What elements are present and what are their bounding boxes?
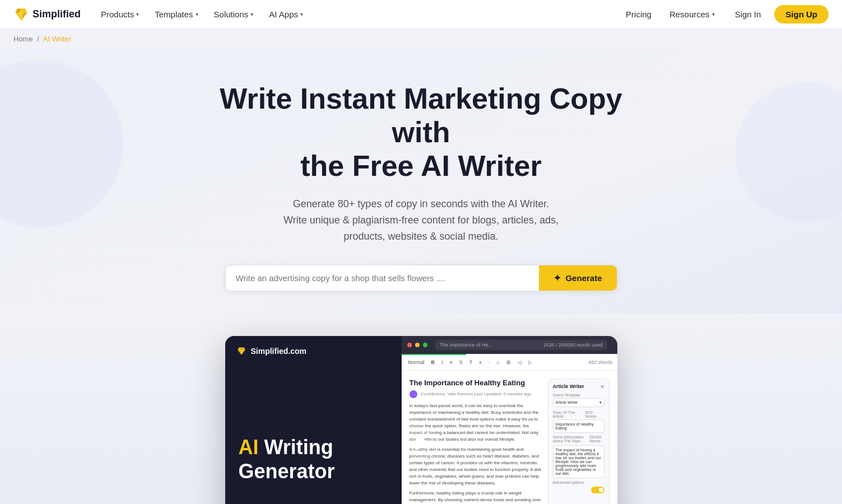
video-ai-label: AI [239, 436, 259, 459]
nav-signin[interactable]: Sign In [726, 6, 770, 22]
nav-solutions[interactable]: Solutions ▾ [207, 6, 260, 22]
nav-pricing[interactable]: Pricing [619, 6, 658, 22]
logo-text: Simplified [32, 8, 81, 20]
ai-advanced-label: Advanced options [553, 480, 604, 484]
logo-link[interactable]: Simplified [13, 7, 81, 22]
video-container: Simplified.com AI WritingGenerator The I… [225, 336, 617, 504]
ai-toggle[interactable] [591, 487, 604, 493]
products-chevron-icon: ▾ [136, 11, 139, 17]
breadcrumb: Home / AI Writer [0, 29, 842, 49]
search-input[interactable] [226, 265, 539, 291]
toolbar-italic[interactable]: I [439, 358, 445, 366]
solutions-chevron-icon: ▾ [250, 11, 253, 17]
templates-chevron-icon: ▾ [196, 11, 198, 17]
select-chevron-icon: ▾ [599, 400, 602, 405]
ai-select-label: Select Template [553, 393, 604, 397]
nav-ai-apps[interactable]: AI Apps ▾ [262, 6, 310, 22]
editor-para-3: Furthermore, healthy eating plays a cruc… [410, 490, 543, 504]
ai-topic-count: 4/20 Words [585, 410, 604, 418]
video-brand-name: Simplified.com [251, 347, 307, 356]
toolbar-redo[interactable]: ▷ [526, 358, 534, 366]
toolbar-list[interactable]: ≡ [448, 358, 455, 366]
nav-right: Pricing Resources ▾ Sign In Sign Up [619, 5, 829, 24]
editor-doc-title: The Importance of He... [440, 342, 493, 348]
search-bar: ✦ Generate [225, 265, 617, 291]
video-left-panel: Simplified.com AI WritingGenerator [225, 336, 421, 504]
editor-meta-text: Contributors: Vale Ferreira Last Updated… [421, 391, 532, 396]
editor-word-count: 482 Words [588, 360, 612, 365]
resources-chevron-icon: ▾ [712, 11, 715, 17]
video-section: Simplified.com AI WritingGenerator The I… [0, 314, 842, 504]
toolbar-bold[interactable]: B [429, 358, 438, 366]
play-triangle-icon [416, 435, 429, 450]
ai-panel: Article Writer ✕ Select Template Article… [548, 379, 610, 504]
ai-panel-header: Article Writer ✕ [553, 384, 604, 390]
generate-button[interactable]: ✦ Generate [539, 265, 616, 291]
video-editor-panel: The Importance of He... 1635 / 250000 wo… [402, 336, 617, 504]
nav-templates[interactable]: Templates ▾ [148, 6, 204, 22]
hero-title: Write Instant Marketing Copy with the Fr… [203, 82, 640, 183]
toolbar-table[interactable]: ⊞ [504, 358, 513, 366]
editor-toolbar: Normal B I ≡ S T x · ⌂ ⊞ ◁ ▷ 482 Words [402, 355, 617, 371]
ai-panel-close-icon[interactable]: ✕ [600, 384, 604, 390]
hero-subtitle: Generate 80+ types of copy in seconds wi… [253, 196, 589, 244]
ai-info-row: Some Information About The Topic 29/240 … [553, 435, 604, 443]
video-brand: Simplified.com [236, 346, 307, 356]
editor-heading: The Importance of Healthy Eating [410, 379, 543, 387]
play-button[interactable] [404, 426, 438, 459]
video-logo-icon [236, 346, 246, 356]
ai-apps-chevron-icon: ▾ [300, 11, 303, 17]
editor-title-bar: The Importance of He... 1635 / 250000 wo… [435, 340, 607, 350]
window-maximize-dot [423, 343, 427, 347]
ai-topic-label: Topic Of The Article [553, 410, 585, 418]
ai-topic-input[interactable]: Importance of Healthy Eating [553, 419, 604, 433]
hero-title-line1: Write Instant Marketing Copy with [220, 82, 622, 148]
hero-section: Write Instant Marketing Copy with the Fr… [0, 49, 842, 314]
nav-signup-button[interactable]: Sign Up [774, 5, 829, 24]
window-minimize-dot [415, 343, 420, 347]
ai-topic-row: Topic Of The Article 4/20 Words [553, 410, 604, 418]
nav-products[interactable]: Products ▾ [94, 6, 146, 22]
ai-info-label: Some Information About The Topic [553, 435, 589, 443]
toolbar-link[interactable]: ⌂ [494, 358, 501, 366]
window-close-dot [407, 343, 412, 347]
ai-info-count: 29/240 Words [589, 435, 604, 443]
editor-meta: Contributors: Vale Ferreira Last Updated… [410, 390, 543, 398]
ai-template-select[interactable]: Article Writer ▾ [553, 398, 604, 407]
author-avatar [410, 390, 417, 398]
toolbar-subscript[interactable]: x [477, 358, 484, 366]
navbar: Simplified Products ▾ Templates ▾ Soluti… [0, 0, 842, 29]
breadcrumb-separator: / [37, 35, 39, 43]
toolbar-font[interactable]: T [467, 358, 475, 366]
toolbar-bullet[interactable]: · [486, 358, 492, 366]
logo-icon [13, 7, 29, 22]
nav-links: Products ▾ Templates ▾ Solutions ▾ AI Ap… [94, 6, 619, 22]
toolbar-undo[interactable]: ◁ [515, 358, 524, 366]
toolbar-strike[interactable]: S [457, 358, 465, 366]
editor-topbar: The Importance of He... 1635 / 250000 wo… [402, 336, 617, 354]
ai-info-input[interactable]: The impact of having a healthy diet, the… [553, 445, 604, 478]
magic-icon: ✦ [553, 273, 561, 283]
video-title: AI WritingGenerator [239, 435, 408, 483]
breadcrumb-current: AI Writer [43, 35, 71, 43]
nav-resources[interactable]: Resources ▾ [663, 6, 722, 22]
hero-content: Write Instant Marketing Copy with the Fr… [13, 82, 829, 291]
hero-title-line2: the Free AI Writer [300, 150, 542, 182]
breadcrumb-home[interactable]: Home [13, 35, 33, 43]
toolbar-normal[interactable]: Normal [406, 358, 427, 366]
ai-panel-title: Article Writer [553, 384, 584, 389]
editor-word-counter: 1635 / 250000 words used [543, 342, 602, 348]
